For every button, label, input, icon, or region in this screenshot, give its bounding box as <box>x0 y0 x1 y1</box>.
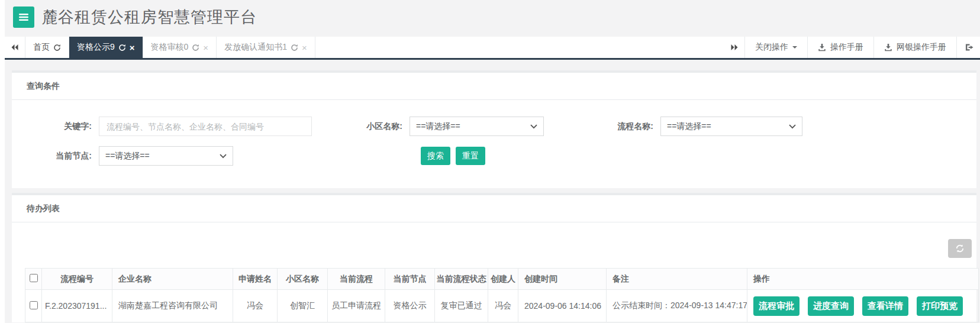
refresh-list-button[interactable] <box>948 239 972 258</box>
tab-label: 资格审核0 <box>151 42 189 53</box>
cell-status: 复审已通过 <box>435 290 488 322</box>
col-process-no: 流程编号 <box>42 269 112 290</box>
row-checkbox[interactable] <box>30 301 38 309</box>
col-status: 当前流程状态 <box>435 269 488 290</box>
tab-issue-confirmation-notice[interactable]: 发放确认通知书1 × <box>217 37 315 58</box>
tab-qualification-review[interactable]: 资格审核0 × <box>143 37 217 58</box>
main-content: 查询条件 关键字: 小区名称: ==请选择== 流程名称: ==请选择== <box>5 60 980 322</box>
tab-home[interactable]: 首页 <box>25 37 69 58</box>
search-button[interactable]: 搜索 <box>421 147 450 165</box>
col-created-at: 创建时间 <box>518 269 607 290</box>
col-creator: 创建人 <box>488 269 518 290</box>
tab-label: 首页 <box>33 42 50 53</box>
page: 麓谷租赁公租房智慧管理平台 首页 资格公示9 × <box>5 0 980 322</box>
col-company: 企业名称 <box>112 269 233 290</box>
cell-remark: 公示结束时间：2024-09-13 14:47:17 <box>607 290 747 322</box>
reset-button[interactable]: 重置 <box>456 147 485 165</box>
close-icon[interactable]: × <box>130 43 135 52</box>
page-title: 麓谷租赁公租房智慧管理平台 <box>41 7 257 28</box>
cell-current-process: 员工申请流程 <box>328 290 385 322</box>
select-all-checkbox[interactable] <box>30 274 38 282</box>
close-operations-label: 关闭操作 <box>755 42 788 53</box>
cell-current-node: 资格公示 <box>385 290 435 322</box>
cell-community: 创智汇 <box>278 290 328 322</box>
col-current-node: 当前节点 <box>385 269 435 290</box>
process-name-select[interactable]: ==请选择== <box>660 117 802 136</box>
col-actions: 操作 <box>747 269 979 290</box>
community-name-select[interactable]: ==请选择== <box>410 117 544 136</box>
selected-value: ==请选择== <box>416 121 530 132</box>
operation-manual-link[interactable]: 操作手册 <box>807 37 873 58</box>
cell-creator: 冯会 <box>488 290 518 322</box>
todo-table: 流程编号 企业名称 申请姓名 小区名称 当前流程 当前节点 当前流程状态 创建人… <box>25 268 979 322</box>
bank-operation-manual-link[interactable]: 网银操作手册 <box>873 37 956 58</box>
bank-operation-manual-label: 网银操作手册 <box>897 42 946 53</box>
query-conditions-panel: 查询条件 关键字: 小区名称: ==请选择== 流程名称: ==请选择== <box>12 70 976 188</box>
keyword-label: 关键字: <box>12 121 92 132</box>
col-applicant: 申请姓名 <box>233 269 278 290</box>
table-row: F.2.202307191... 湖南楚嘉工程咨询有限公司 冯会 创智汇 员工申… <box>25 290 979 322</box>
col-current-process: 当前流程 <box>328 269 385 290</box>
operation-manual-label: 操作手册 <box>830 42 863 53</box>
table-header-row: 流程编号 企业名称 申请姓名 小区名称 当前流程 当前节点 当前流程状态 创建人… <box>25 269 979 290</box>
double-chevron-left-icon <box>11 44 19 51</box>
tab-qualification-publicity[interactable]: 资格公示9 × <box>69 37 143 58</box>
selected-value: ==请选择== <box>105 151 220 162</box>
chevron-down-icon <box>220 154 227 159</box>
refresh-icon[interactable] <box>53 44 61 51</box>
cell-process-no: F.2.202307191... <box>42 290 112 322</box>
tab-label: 资格公示9 <box>77 42 115 53</box>
cell-applicant: 冯会 <box>233 290 278 322</box>
chevron-down-icon <box>530 124 537 129</box>
todo-list-panel: 待办列表 <box>12 193 976 322</box>
download-icon <box>884 43 892 51</box>
sign-out-icon <box>965 43 974 51</box>
keyword-input[interactable] <box>99 117 312 136</box>
row-actions: 流程审批 进度查询 查看详情 打印预览 <box>753 296 978 316</box>
progress-query-button[interactable]: 进度查询 <box>808 296 854 316</box>
tab-bar-actions: 关闭操作 操作手册 网银操作手册 <box>724 37 980 58</box>
print-preview-button[interactable]: 打印预览 <box>917 296 963 316</box>
tab-label: 发放确认通知书1 <box>224 42 287 53</box>
scroll-tabs-left-button[interactable] <box>5 37 25 58</box>
process-name-label: 流程名称: <box>544 121 653 132</box>
menu-toggle-button[interactable] <box>13 7 34 28</box>
process-approval-button[interactable]: 流程审批 <box>753 296 800 316</box>
col-community: 小区名称 <box>278 269 328 290</box>
double-chevron-right-icon <box>730 44 739 51</box>
logout-button[interactable] <box>956 37 980 58</box>
close-operations-dropdown[interactable]: 关闭操作 <box>744 37 807 58</box>
collapsed-sidebar <box>0 0 5 323</box>
query-panel-title: 查询条件 <box>12 73 976 100</box>
caret-down-icon <box>792 46 797 51</box>
download-icon <box>818 43 826 51</box>
hamburger-icon <box>18 13 29 21</box>
current-node-select[interactable]: ==请选择== <box>99 146 233 166</box>
todo-panel-title: 待办列表 <box>12 195 976 222</box>
refresh-icon[interactable] <box>192 44 199 51</box>
selected-value: ==请选择== <box>667 121 789 132</box>
view-details-button[interactable]: 查看详情 <box>862 296 908 316</box>
scroll-tabs-right-button[interactable] <box>724 37 744 58</box>
current-node-label: 当前节点: <box>12 151 92 162</box>
app-header: 麓谷租赁公租房智慧管理平台 <box>5 0 980 34</box>
query-form: 关键字: 小区名称: ==请选择== 流程名称: ==请选择== <box>12 100 976 188</box>
cell-created-at: 2024-09-06 14:14:06 <box>518 290 607 322</box>
refresh-icon[interactable] <box>118 44 126 51</box>
community-name-label: 小区名称: <box>312 121 402 132</box>
chevron-down-icon <box>789 124 796 129</box>
cell-company: 湖南楚嘉工程咨询有限公司 <box>112 290 233 322</box>
tab-bar: 首页 资格公示9 × 资格审核0 × 发放确认通知书1 <box>5 34 980 60</box>
close-icon[interactable]: × <box>302 43 307 52</box>
col-remark: 备注 <box>607 269 747 290</box>
close-icon[interactable]: × <box>203 43 208 52</box>
refresh-icon <box>955 244 965 253</box>
refresh-icon[interactable] <box>291 44 298 51</box>
